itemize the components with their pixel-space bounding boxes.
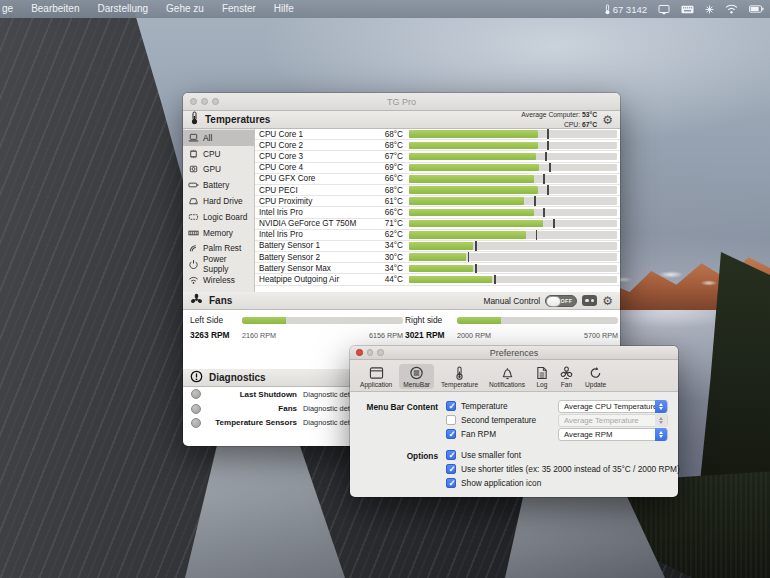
option-row: Show application icon xyxy=(350,476,678,490)
temperature-row[interactable]: NVIDIA GeForce GT 750M 71°C xyxy=(255,219,620,230)
zoom-button[interactable] xyxy=(212,98,219,105)
checkbox-label: Fan RPM xyxy=(461,429,496,439)
tab-log[interactable]: Log xyxy=(532,364,552,389)
sidebar-item-gpu[interactable]: GPU xyxy=(183,162,254,178)
sensor-value: 61°C xyxy=(375,197,405,206)
input-source-icon[interactable] xyxy=(705,5,714,14)
tab-temperature[interactable]: Temperature xyxy=(437,364,482,389)
average-readouts: Average Computer: 53°C CPU: 67°C xyxy=(521,110,597,128)
dropdown[interactable]: Average CPU Temperature xyxy=(558,400,668,413)
checkbox[interactable] xyxy=(446,401,456,411)
dropdown[interactable]: Average RPM xyxy=(558,428,668,441)
sensor-value: 66°C xyxy=(375,174,405,183)
checkbox[interactable] xyxy=(446,429,456,439)
fans-header: Fans Manual Control OFF ⚙ xyxy=(183,292,620,310)
status-dot xyxy=(191,418,201,428)
temperature-row[interactable]: CPU Core 1 68°C xyxy=(255,129,620,140)
manual-control-toggle[interactable]: OFF xyxy=(545,295,577,307)
sensor-name: Intel Iris Pro xyxy=(259,208,375,217)
menu-item-gehe-zu[interactable]: Gehe zu xyxy=(157,0,213,18)
display-icon[interactable] xyxy=(658,4,670,15)
temperature-row[interactable]: Intel Iris Pro 66°C xyxy=(255,207,620,218)
temperature-row[interactable]: CPU Core 2 68°C xyxy=(255,140,620,151)
section-title-diagnostics: Diagnostics xyxy=(209,372,266,383)
zoom-button[interactable] xyxy=(377,349,384,356)
toggle-state: OFF xyxy=(561,298,573,304)
checkbox[interactable] xyxy=(446,415,456,425)
tab-update[interactable]: Update xyxy=(581,364,610,389)
checkbox[interactable] xyxy=(446,478,456,488)
tgpro-titlebar[interactable]: TG Pro xyxy=(183,93,620,111)
sensor-name: Battery Sensor Max xyxy=(259,264,375,273)
battery-icon[interactable] xyxy=(749,5,764,13)
fan-icon xyxy=(190,292,203,310)
sensor-value: 62°C xyxy=(375,230,405,239)
battery-icon xyxy=(187,180,199,190)
sidebar-item-logic-board[interactable]: Logic Board xyxy=(183,209,254,225)
sidebar-item-battery[interactable]: Battery xyxy=(183,177,254,193)
preferences-titlebar[interactable]: Preferences xyxy=(350,346,678,360)
document-icon xyxy=(536,366,548,380)
temperature-row[interactable]: Battery Sensor 2 30°C xyxy=(255,252,620,263)
temperature-row[interactable]: Intel Iris Pro 62°C xyxy=(255,230,620,241)
sensor-name: CPU Core 4 xyxy=(259,163,375,172)
temperature-bar xyxy=(409,197,617,205)
temperature-bar xyxy=(409,175,617,183)
link-fans-button[interactable] xyxy=(582,295,597,306)
menu-item-ablage-clipped[interactable]: ge xyxy=(0,0,22,18)
temperature-row[interactable]: CPU Core 4 69°C xyxy=(255,163,620,174)
temperature-row[interactable]: CPU PECI 68°C xyxy=(255,185,620,196)
sidebar-item-power-supply[interactable]: Power Supply xyxy=(183,256,254,272)
sidebar-item-memory[interactable]: Memory xyxy=(183,225,254,241)
tab-menubar[interactable]: MenuBar xyxy=(399,364,434,389)
dropdown-stepper xyxy=(655,400,667,413)
menubar-temp-rpm: 67 3142 xyxy=(613,4,647,15)
menu-item-darstellung[interactable]: Darstellung xyxy=(89,0,158,18)
minimize-button[interactable] xyxy=(201,98,208,105)
menu-item-hilfe[interactable]: Hilfe xyxy=(265,0,303,18)
menu-item-fenster[interactable]: Fenster xyxy=(213,0,265,18)
sidebar-item-all[interactable]: All xyxy=(183,130,254,146)
temperature-row[interactable]: CPU GFX Core 66°C xyxy=(255,174,620,185)
minimize-button[interactable] xyxy=(367,349,374,356)
checkbox[interactable] xyxy=(446,464,456,474)
dropdown-value: Average Temperature xyxy=(559,416,655,425)
dropdown[interactable]: Average Temperature xyxy=(558,414,668,427)
menubar-content-row: Fan RPM Average RPM xyxy=(350,427,678,441)
sidebar-item-cpu[interactable]: CPU xyxy=(183,146,254,162)
diagnostic-label: Fans xyxy=(205,404,297,413)
temperature-row[interactable]: CPU Proximity 61°C xyxy=(255,196,620,207)
temperature-bar-fill xyxy=(409,242,473,250)
close-button[interactable] xyxy=(356,349,363,356)
sidebar-item-hard-drive[interactable]: Hard Drive xyxy=(183,193,254,209)
temperature-bar xyxy=(409,242,617,250)
menu-item-bearbeiten[interactable]: Bearbeiten xyxy=(22,0,88,18)
temperature-max-tick xyxy=(494,275,496,285)
fan-min-rpm: 2000 RPM xyxy=(457,331,584,340)
desktop: ge Bearbeiten Darstellung Gehe zu Fenste… xyxy=(0,0,770,578)
temperature-bar-fill xyxy=(409,153,536,161)
dropdown-value: Average RPM xyxy=(559,430,655,439)
temperature-bar xyxy=(409,220,617,228)
preferences-toolbar: Application MenuBar Temperature Notifica… xyxy=(350,360,678,392)
fan-slider[interactable] xyxy=(242,317,403,324)
tab-notifications[interactable]: Notifications xyxy=(485,364,529,389)
temperature-bar-fill xyxy=(409,220,543,228)
sidebar-item-wireless[interactable]: Wireless xyxy=(183,272,254,288)
fan-slider[interactable] xyxy=(457,317,618,324)
temperature-row[interactable]: CPU Core 3 67°C xyxy=(255,151,620,162)
tab-fan[interactable]: Fan xyxy=(555,364,578,389)
temperature-row[interactable]: Battery Sensor 1 34°C xyxy=(255,241,620,252)
category-sidebar: All CPU GPU Battery Hard Drive xyxy=(183,129,255,292)
checkbox[interactable] xyxy=(446,450,456,460)
temperature-row[interactable]: Heatpipe Outgoing Air 44°C xyxy=(255,274,620,285)
tgpro-menubar-status[interactable]: 67 3142 xyxy=(604,4,647,15)
temperature-row[interactable]: Battery Sensor Max 34°C xyxy=(255,263,620,274)
gear-icon[interactable]: ⚙ xyxy=(602,114,613,126)
keyboard-icon[interactable] xyxy=(681,5,694,14)
wifi-icon[interactable] xyxy=(725,4,738,14)
tab-application[interactable]: Application xyxy=(356,364,396,389)
gear-icon[interactable]: ⚙ xyxy=(602,295,613,307)
sensor-value: 68°C xyxy=(375,130,405,139)
close-button[interactable] xyxy=(190,98,197,105)
